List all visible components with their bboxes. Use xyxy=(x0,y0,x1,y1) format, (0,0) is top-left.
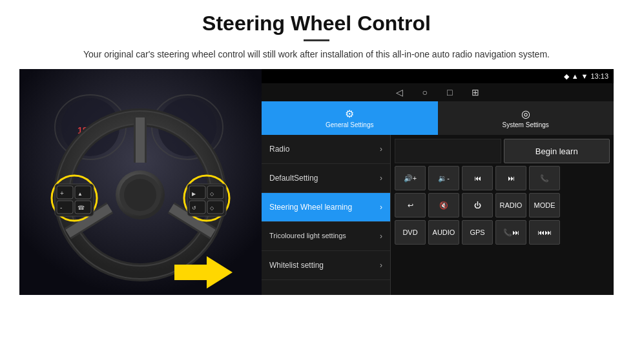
mode-button[interactable]: MODE xyxy=(529,193,560,217)
radio-label: RADIO xyxy=(500,201,523,209)
menu-item-default[interactable]: DefaultSetting › xyxy=(262,164,390,193)
tab-general-label: General Settings xyxy=(326,121,374,128)
phone-next-icon: 📞⏭ xyxy=(503,228,519,237)
system-settings-icon: ◎ xyxy=(521,108,530,120)
chevron-icon: › xyxy=(380,174,382,183)
status-bar: ◆ ▲ ▼ 13:13 xyxy=(262,69,614,83)
begin-learn-button[interactable]: Begin learn xyxy=(504,139,610,163)
tab-system-label: System Settings xyxy=(503,121,549,128)
back-button[interactable]: ◁ xyxy=(396,87,403,97)
controls-row-3: DVD AUDIO GPS 📞⏭ ⏮⏭ xyxy=(395,220,610,245)
tab-bar: ⚙ General Settings ◎ System Settings xyxy=(262,101,614,135)
chevron-icon: › xyxy=(380,261,382,270)
audio-label: AUDIO xyxy=(433,228,455,236)
svg-text:▲: ▲ xyxy=(78,191,83,197)
power-button[interactable]: ⏻ xyxy=(462,193,493,217)
status-bar-right: ◆ ▲ ▼ 13:13 xyxy=(564,72,608,81)
gps-button[interactable]: GPS xyxy=(462,220,493,245)
begin-learn-label: Begin learn xyxy=(535,147,578,156)
svg-point-18 xyxy=(124,179,156,211)
next-track-button[interactable]: ⏭ xyxy=(495,166,526,190)
radio-button[interactable]: RADIO xyxy=(495,193,526,217)
prev-next-icon: ⏮⏭ xyxy=(537,228,552,236)
svg-text:▶: ▶ xyxy=(192,191,196,197)
menu-item-default-label: DefaultSetting xyxy=(269,174,318,183)
chevron-icon: › xyxy=(380,203,382,212)
phone-next-button[interactable]: 📞⏭ xyxy=(495,220,526,245)
vol-up-button[interactable]: 🔊+ xyxy=(395,166,426,190)
page-subtitle: Your original car's steering wheel contr… xyxy=(19,48,614,61)
menu-item-whitelist[interactable]: Whitelist setting › xyxy=(262,251,390,280)
svg-text:☎: ☎ xyxy=(78,205,85,211)
vol-down-button[interactable]: 🔉- xyxy=(428,166,459,190)
vol-up-icon: 🔊+ xyxy=(404,174,417,183)
prev-next-button[interactable]: ⏮⏭ xyxy=(529,220,560,245)
phone-button[interactable]: 📞 xyxy=(529,166,560,190)
settings-menu: Radio › DefaultSetting › Steering Wheel … xyxy=(262,135,391,295)
home-button[interactable]: ○ xyxy=(422,87,428,97)
dvd-button[interactable]: DVD xyxy=(395,220,426,245)
tab-general[interactable]: ⚙ General Settings xyxy=(262,101,438,135)
nav-bar: ◁ ○ □ ⊞ xyxy=(262,83,614,101)
general-settings-icon: ⚙ xyxy=(345,108,354,120)
location-icon: ◆ xyxy=(564,72,569,81)
steering-wheel-image: 180 RPM xyxy=(19,69,262,295)
power-icon: ⏻ xyxy=(474,201,481,209)
svg-rect-21 xyxy=(57,186,73,199)
mute-button[interactable]: 🔇 xyxy=(428,193,459,217)
mute-icon: 🔇 xyxy=(439,201,448,210)
chevron-icon: › xyxy=(380,232,382,241)
menu-item-whitelist-label: Whitelist setting xyxy=(269,261,324,270)
prev-track-button[interactable]: ⏮ xyxy=(462,166,493,190)
hangup-icon: ↩ xyxy=(408,201,413,210)
controls-row-1: 🔊+ 🔉- ⏮ ⏭ 📞 xyxy=(395,166,610,190)
hangup-button[interactable]: ↩ xyxy=(395,193,426,217)
mode-label: MODE xyxy=(534,201,555,209)
audio-button[interactable]: AUDIO xyxy=(428,220,459,245)
phone-icon: 📞 xyxy=(540,174,549,183)
signal-icon: ▲ xyxy=(572,72,579,80)
tab-system[interactable]: ◎ System Settings xyxy=(438,101,614,135)
dvd-label: DVD xyxy=(402,228,417,236)
svg-text:◇: ◇ xyxy=(210,205,214,211)
menu-item-radio[interactable]: Radio › xyxy=(262,135,390,164)
empty-slot xyxy=(395,139,501,163)
android-panel: ◆ ▲ ▼ 13:13 ◁ ○ □ ⊞ ⚙ General Settings xyxy=(262,69,614,295)
controls-panel: Begin learn 🔊+ 🔉- ⏮ xyxy=(391,135,614,295)
svg-rect-40 xyxy=(174,265,208,280)
svg-rect-23 xyxy=(57,201,73,214)
controls-row-2: ↩ 🔇 ⏻ RADIO MODE xyxy=(395,193,610,217)
wifi-icon: ▼ xyxy=(581,72,588,80)
menu-button[interactable]: ⊞ xyxy=(472,87,479,97)
menu-item-steering[interactable]: Steering Wheel learning › xyxy=(262,193,390,222)
gps-label: GPS xyxy=(470,228,484,236)
next-track-icon: ⏭ xyxy=(508,174,515,182)
svg-text:+: + xyxy=(60,190,64,197)
recent-button[interactable]: □ xyxy=(447,87,452,97)
vol-down-icon: 🔉- xyxy=(438,174,450,183)
controls-row-0: Begin learn xyxy=(395,139,610,163)
menu-item-steering-label: Steering Wheel learning xyxy=(269,203,352,212)
title-divider xyxy=(304,39,329,41)
page-title: Steering Wheel Control xyxy=(19,12,614,35)
time-display: 13:13 xyxy=(590,72,608,80)
svg-text:◇: ◇ xyxy=(210,191,214,197)
menu-item-tricoloured[interactable]: Tricoloured light settings › xyxy=(262,222,390,251)
svg-text:-: - xyxy=(60,204,62,211)
menu-item-radio-label: Radio xyxy=(269,145,289,154)
panel-body: Radio › DefaultSetting › Steering Wheel … xyxy=(262,135,614,295)
svg-text:↺: ↺ xyxy=(192,205,196,211)
menu-item-tricoloured-label: Tricoloured light settings xyxy=(269,232,346,240)
main-content: 180 RPM xyxy=(19,69,614,295)
prev-track-icon: ⏮ xyxy=(474,174,481,182)
chevron-icon: › xyxy=(380,145,382,154)
